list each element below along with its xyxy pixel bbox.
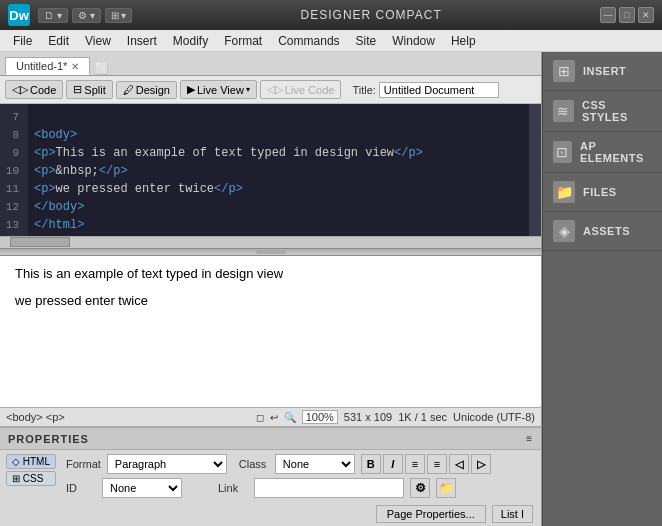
class-select[interactable]: None [275,454,355,474]
selector-display: <body> <p> [6,411,65,423]
design-view-btn[interactable]: 🖊 Design [116,81,177,99]
split-view-btn[interactable]: ⊟ Split [66,80,112,99]
menu-file[interactable]: File [5,32,40,50]
code-line-9: <p>This is an example of text typed in d… [34,144,523,162]
properties-title: PROPERTIES [8,433,89,445]
app-title: DESIGNER COMPACT [142,8,600,22]
menu-insert[interactable]: Insert [119,32,165,50]
left-panel: Untitled-1* ✕ ⬜ ◁▷ Code ⊟ Split 🖊 Design… [0,52,542,526]
code-line-10: <p>&nbsp;</p> [34,162,523,180]
files-label: FILES [583,186,617,198]
link-browse-icon[interactable]: 📁 [436,478,456,498]
css-styles-icon: ≋ [553,100,574,122]
select-tool-icon[interactable]: ◻ [256,412,264,423]
live-view-dropdown-icon: ▾ [246,85,250,94]
menu-modify[interactable]: Modify [165,32,216,50]
design-view[interactable]: This is an example of text typed in desi… [0,256,541,408]
panel-files[interactable]: 📁 FILES [543,173,662,212]
link-label: Link [218,482,248,494]
design-icon: 🖊 [123,84,134,96]
page-title-input[interactable] [379,82,499,98]
code-line-12: </body> [34,198,523,216]
hand-tool-icon[interactable]: ↩ [270,412,278,423]
assets-label: ASSETS [583,225,630,237]
window-controls: — □ ✕ [600,7,654,23]
menu-edit[interactable]: Edit [40,32,77,50]
panel-ap-elements[interactable]: ⊡ AP ELEMENTS [543,132,662,173]
id-select[interactable]: None [102,478,182,498]
bold-btn[interactable]: B [361,454,381,474]
indent-btn[interactable]: ▷ [471,454,491,474]
ap-elements-icon: ⊡ [553,141,572,163]
menu-commands[interactable]: Commands [270,32,347,50]
live-view-btn[interactable]: ▶ Live View ▾ [180,80,257,99]
html-css-toggle: ◇ HTML ⊞ CSS [6,454,56,486]
menu-site[interactable]: Site [348,32,385,50]
minimize-btn[interactable]: — [600,7,616,23]
filesize-display: 1K / 1 sec [398,411,447,423]
code-line-13: </html> [34,216,523,234]
italic-btn[interactable]: I [383,454,403,474]
panel-css-styles[interactable]: ≋ CSS STYLES [543,91,662,132]
properties-menu-icon[interactable]: ≡ [526,433,533,444]
menu-window[interactable]: Window [384,32,443,50]
code-view-btn[interactable]: ◁▷ Code [5,80,63,99]
menu-view[interactable]: View [77,32,119,50]
maximize-doc-icon[interactable]: ⬜ [95,62,109,75]
css-btn[interactable]: ⊞ CSS [6,471,56,486]
live-view-icon: ▶ [187,83,195,96]
files-icon: 📁 [553,181,575,203]
html-btn[interactable]: ◇ HTML [6,454,56,469]
ul-btn[interactable]: ≡ [405,454,425,474]
link-input[interactable] [254,478,404,498]
document-tab[interactable]: Untitled-1* ✕ [5,57,90,75]
menu-format[interactable]: Format [216,32,270,50]
properties-header: PROPERTIES ≡ [0,428,541,450]
toolbar-icons: 🗋 ▾ ⚙ ▾ ⊞ ▾ [38,8,132,23]
encoding-display: Unicode (UTF-8) [453,411,535,423]
code-scrollbar[interactable] [529,104,541,236]
status-bar: <body> <p> ◻ ↩ 🔍 100% 531 x 109 1K / 1 s… [0,407,541,427]
close-btn[interactable]: ✕ [638,7,654,23]
code-editor[interactable]: 7 8 9 10 11 12 13 <body> <p>This is an e… [0,104,541,236]
code-line-11: <p>we pressed enter twice</p> [34,180,523,198]
class-label: Class [239,458,269,470]
menu-help[interactable]: Help [443,32,484,50]
format-buttons: B I ≡ ≡ ◁ ▷ [361,454,491,474]
assets-icon: ◈ [553,220,575,242]
zoom-select[interactable]: 100% [302,410,338,424]
properties-panel: PROPERTIES ≡ ◇ HTML ⊞ CSS Format Paragra… [0,427,541,526]
tab-label: Untitled-1* [16,60,67,72]
panel-assets[interactable]: ◈ ASSETS [543,212,662,251]
live-code-btn[interactable]: ◁▷ Live Code [260,80,342,99]
maximize-btn[interactable]: □ [619,7,635,23]
code-icon: ◁▷ [12,83,28,96]
title-field-label: Title: [352,84,375,96]
format-label: Format [66,458,101,470]
outdent-btn[interactable]: ◁ [449,454,469,474]
list-item-btn[interactable]: List I [492,505,533,523]
tab-bar: Untitled-1* ✕ ⬜ [0,52,541,76]
view-separator[interactable] [0,248,541,256]
right-panel: ⊞ INSERT ≋ CSS STYLES ⊡ AP ELEMENTS 📁 FI… [542,52,662,526]
manage-icon-btn[interactable]: ⊞ ▾ [105,8,133,23]
tab-close-icon[interactable]: ✕ [71,61,79,72]
h-scroll-thumb[interactable] [10,237,70,247]
view-toolbar: ◁▷ Code ⊟ Split 🖊 Design ▶ Live View ▾ ◁… [0,76,541,104]
page-properties-btn[interactable]: Page Properties... [376,505,486,523]
dimensions-display: 531 x 109 [344,411,392,423]
settings-icon-btn[interactable]: ⚙ ▾ [72,8,101,23]
properties-bottom: Page Properties... List I [0,502,541,526]
app-logo: Dw [8,4,30,26]
code-content[interactable]: <body> <p>This is an example of text typ… [28,104,529,236]
link-settings-icon[interactable]: ⚙ [410,478,430,498]
main-layout: Untitled-1* ✕ ⬜ ◁▷ Code ⊟ Split 🖊 Design… [0,52,662,526]
file-icon-btn[interactable]: 🗋 ▾ [38,8,68,23]
insert-icon: ⊞ [553,60,575,82]
ol-btn[interactable]: ≡ [427,454,447,474]
h-scrollbar[interactable] [0,236,541,248]
menu-bar: File Edit View Insert Modify Format Comm… [0,30,662,52]
search-tool-icon[interactable]: 🔍 [284,412,296,423]
panel-insert[interactable]: ⊞ INSERT [543,52,662,91]
format-select[interactable]: Paragraph [107,454,227,474]
